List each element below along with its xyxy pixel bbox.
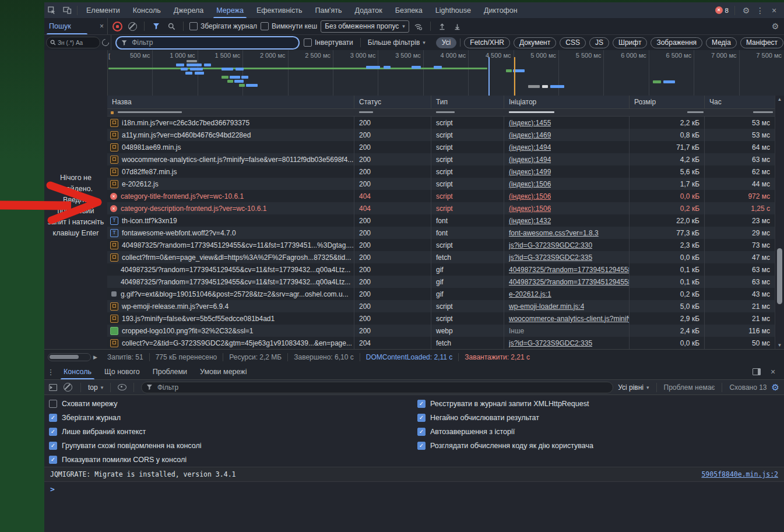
tab-Елементи[interactable]: Елементи — [80, 2, 126, 18]
filter-chip-Зображення[interactable]: Зображення — [651, 37, 702, 48]
initiator-link[interactable]: 404987325/?random=17739451294558 — [509, 278, 629, 286]
initiator-link[interactable]: (індекс):1506 — [509, 192, 551, 200]
initiator-link[interactable]: (індекс):1455 — [509, 119, 551, 127]
initiator-link[interactable]: 404987325/?random=17739451294558 — [509, 266, 629, 274]
network-overview-timeline[interactable]: [ 500 мс1 000 мс1 500 мс2 000 мс2 500 мс… — [107, 50, 784, 96]
export-har-icon[interactable] — [452, 20, 463, 32]
hscrollbar-thumb[interactable] — [50, 355, 79, 359]
network-filter-input[interactable] — [131, 38, 294, 47]
filter-chip-Шрифт[interactable]: Шрифт — [613, 37, 647, 48]
initiator-link[interactable]: (індекс):1499 — [509, 168, 551, 176]
table-scrollbar[interactable]: ▲ ▼ — [775, 96, 784, 349]
tab-Безпека[interactable]: Безпека — [389, 2, 429, 18]
close-search-icon[interactable]: × — [100, 22, 104, 30]
column-header-initiator[interactable]: Ініціатор — [504, 96, 630, 108]
tab-Додаток[interactable]: Додаток — [349, 2, 389, 18]
filter-chip-Документ[interactable]: Документ — [514, 37, 556, 48]
tab-Джерела[interactable]: Джерела — [167, 2, 210, 18]
table-row[interactable]: 048981ae69.min.js200script(індекс):14947… — [107, 141, 784, 153]
console-prompt[interactable]: > — [44, 482, 784, 496]
drawer-tab-Консоль[interactable]: Консоль — [57, 364, 98, 379]
console-setting-checkbox[interactable]: ✓Зберігати журнал — [49, 411, 202, 425]
initiator-link[interactable]: woocommerce-analytics-client.js?minify — [509, 315, 629, 323]
tab-Диктофон[interactable]: Диктофон — [477, 2, 524, 18]
search-panel-hscrollbar[interactable]: ▶ — [48, 353, 101, 361]
table-row[interactable]: category-title-frontend.js?ver=wc-10.6.1… — [107, 190, 784, 202]
column-header-time[interactable]: Час — [705, 96, 775, 108]
console-setting-checkbox[interactable]: ✓Розглядати обчислення коду як дію корис… — [417, 439, 593, 453]
table-row[interactable]: 193.js?minify=false&ver=5b5cf55edcce081b… — [107, 312, 784, 325]
table-row[interactable]: e-202612.js200script(індекс):15061,7 кБ4… — [107, 178, 784, 190]
refresh-search-icon[interactable] — [101, 38, 111, 48]
drawer-tab-Що нового[interactable]: Що нового — [98, 364, 146, 379]
column-header-name[interactable]: Назва — [107, 96, 354, 108]
filter-chip-CSS[interactable]: CSS — [560, 37, 586, 48]
network-settings-gear-icon[interactable]: ⚙ — [770, 22, 781, 31]
initiator-link[interactable]: (індекс):1506 — [509, 180, 551, 188]
device-toolbar-icon[interactable] — [59, 3, 75, 18]
filter-chip-Медіа[interactable]: Медіа — [706, 37, 737, 48]
execution-context-selector[interactable]: top ▾ — [88, 383, 103, 392]
hidden-messages-count[interactable]: Сховано 13 — [729, 383, 767, 392]
initiator-link[interactable]: js?id=G-3723S9GDC2:335 — [509, 253, 592, 262]
settings-gear-icon[interactable]: ⚙ — [741, 6, 751, 15]
initiator-link[interactable]: js?id=G-3723S9GDC2:330 — [509, 241, 592, 249]
column-header-status[interactable]: Статус — [354, 96, 431, 108]
kebab-menu-icon[interactable]: ⋮ — [755, 6, 765, 15]
tab-Ефективність[interactable]: Ефективність — [250, 2, 309, 18]
filter-chip-JS[interactable]: JS — [589, 37, 609, 48]
console-setting-checkbox[interactable]: ✓Групувати схожі повідомлення на консолі — [49, 439, 202, 453]
dock-side-icon[interactable] — [753, 368, 761, 375]
table-row[interactable]: 07d82ffe87.min.js200script(індекс):14995… — [107, 165, 784, 178]
column-header-size[interactable]: Розмір — [630, 96, 705, 108]
record-network-log-button[interactable] — [111, 20, 123, 32]
tab-Lighthouse[interactable]: Lighthouse — [429, 2, 477, 18]
initiator-link[interactable]: (індекс):1506 — [509, 205, 551, 213]
console-settings-gear-icon[interactable]: ⚙ — [772, 382, 779, 393]
table-row[interactable]: fontawesome-webfont.woff2?v=4.7.0200font… — [107, 227, 784, 239]
error-count-badge[interactable]: × 8 — [715, 6, 729, 14]
console-setting-checkbox[interactable]: Сховати мережу — [49, 397, 202, 411]
inspect-element-icon[interactable] — [44, 3, 59, 18]
filter-toggle-icon[interactable] — [150, 20, 162, 32]
scroll-right-icon[interactable]: ▶ — [93, 354, 97, 360]
issues-counter[interactable]: Проблем немає — [664, 383, 715, 392]
search-network-icon[interactable] — [166, 20, 177, 32]
filter-chip-Fetch/XHR[interactable]: Fetch/XHR — [464, 37, 510, 48]
log-levels-select[interactable]: Усі рівні ▾ — [618, 383, 649, 392]
table-row[interactable]: category-description-frontend.js?ver=wc-… — [107, 202, 784, 214]
table-row[interactable]: cropped-logo100.png?fit=32%2C32&ssl=1200… — [107, 325, 784, 337]
column-header-type[interactable]: Тип — [431, 96, 504, 108]
table-row[interactable]: g.gif?v=ext&blog=190151046&post=25728&tz… — [107, 288, 784, 300]
scroll-down-icon[interactable]: ▼ — [775, 343, 784, 348]
console-sidebar-icon[interactable] — [49, 384, 57, 391]
match-case-toggle[interactable]: Aa — [76, 40, 83, 46]
initiator-link[interactable]: (індекс):1432 — [509, 217, 551, 225]
filter-chip-Маніфест[interactable]: Маніфест — [740, 37, 783, 48]
table-row[interactable]: i18n.min.js?ver=c26c3dc7bed366793375200s… — [107, 117, 784, 129]
table-row[interactable]: 404987325/?random=1773945129455&cv=11&fs… — [107, 276, 784, 288]
console-filter-input[interactable] — [156, 383, 608, 392]
clear-console-button[interactable] — [62, 382, 73, 393]
close-devtools-icon[interactable]: × — [769, 6, 779, 15]
network-conditions-icon[interactable] — [413, 20, 424, 32]
table-row[interactable]: collect?frm=0&en=page_view&dl=https%3A%2… — [107, 251, 784, 263]
regex-toggle[interactable]: (.*) — [66, 40, 74, 46]
table-row[interactable]: a11y.min.js?ver=cb460b4676c94bd228ed200s… — [107, 129, 784, 141]
preserve-log-checkbox[interactable]: Зберігати журнал — [189, 22, 257, 30]
close-drawer-icon[interactable]: × — [768, 367, 778, 376]
filter-chip-Усі[interactable]: Усі — [436, 37, 457, 48]
tab-Пам'ять[interactable]: Пам'ять — [309, 2, 349, 18]
more-filters-button[interactable]: Більше фільтрів ▾ — [368, 38, 426, 47]
scroll-up-icon[interactable]: ▲ — [775, 97, 784, 102]
initiator-link[interactable]: (індекс):1469 — [509, 131, 551, 139]
tab-Консоль[interactable]: Консоль — [126, 2, 167, 18]
drawer-tab-Проблеми[interactable]: Проблеми — [146, 364, 194, 379]
tab-Мережа[interactable]: Мережа — [210, 2, 250, 18]
console-message-source-link[interactable]: 5905f8840e.min.js:2 — [701, 470, 778, 478]
table-row[interactable]: 404987325/?random=1773945129455&cv=11&fs… — [107, 239, 784, 251]
search-input[interactable]: Зн (.*) Aa — [46, 37, 100, 48]
scrollbar-thumb[interactable] — [777, 248, 782, 304]
live-expression-eye-icon[interactable] — [118, 384, 126, 390]
console-setting-checkbox[interactable]: ✓Негайно обчислювати результат — [417, 411, 593, 425]
